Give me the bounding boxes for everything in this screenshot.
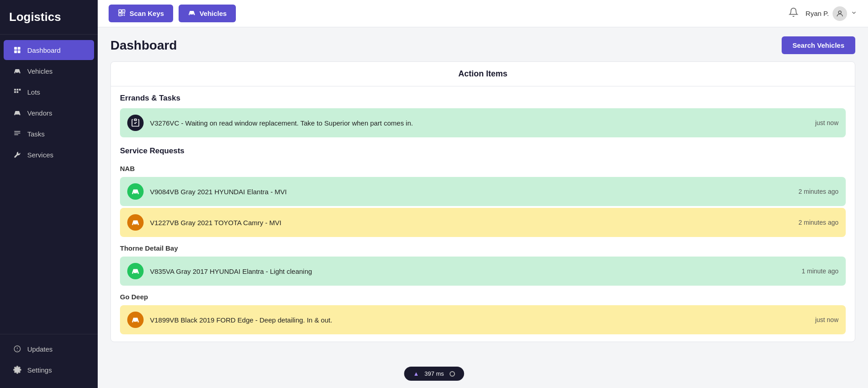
svg-rect-22 [122,13,123,14]
sidebar-item-lots[interactable]: Lots [4,82,94,102]
svg-rect-24 [122,15,123,16]
sidebar-item-label: Settings [27,366,52,374]
page-title: Dashboard [110,38,177,53]
errand-row[interactable]: V3276VC - Waiting on read window replace… [120,108,846,137]
action-items-header: Action Items [111,62,855,86]
service-time: 1 minute ago [802,267,838,275]
chevron-down-icon [851,10,857,17]
debug-circle-icon [449,371,455,377]
errand-icon [127,115,144,131]
errands-section-title: Errands & Tasks [111,86,855,106]
topbar-right: Ryan P. [788,6,857,21]
sidebar-item-label: Services [27,151,54,159]
car-yellow-icon [127,312,144,328]
svg-rect-10 [14,133,20,134]
scan-keys-button[interactable]: Scan Keys [109,5,173,22]
debug-time: 397 ms [424,370,444,377]
svg-rect-9 [14,131,20,132]
service-time: 2 minutes ago [798,219,838,226]
svg-rect-0 [14,47,17,50]
app-logo: Logistics [0,0,98,35]
svg-point-26 [838,11,841,14]
svg-rect-20 [123,11,124,12]
sidebar-item-settings[interactable]: Settings [4,360,94,380]
avatar [833,6,847,21]
car-green-icon [127,183,144,200]
dashboard-icon [13,45,22,55]
svg-rect-27 [135,119,137,121]
content-area: Dashboard Search Vehicles Action Items E… [98,27,868,388]
car-icon [188,9,196,18]
svg-rect-6 [14,91,16,93]
qr-icon [118,9,126,18]
sidebar-item-vendors[interactable]: Vendors [4,103,94,123]
sidebar-item-label: Vehicles [27,67,53,75]
service-text: V9084VB Gray 2021 HYUNDAI Elantra - MVI [150,188,792,196]
service-time: 2 minutes ago [798,188,838,195]
sidebar: Logistics Dashboard Vehicles Lots [0,0,98,388]
vehicles-icon [13,66,22,76]
service-text: V1899VB Black 2019 FORD Edge - Deep deta… [150,316,809,324]
svg-rect-25 [124,15,125,16]
service-row[interactable]: V9084VB Gray 2021 HYUNDAI Elantra - MVI … [120,177,846,206]
sidebar-item-updates[interactable]: Updates [4,339,94,359]
service-group-thorne: Thorne Detail Bay [111,239,855,255]
service-text: V1227VB Gray 2021 TOYOTA Camry - MVI [150,219,792,227]
service-row[interactable]: V1899VB Black 2019 FORD Edge - Deep deta… [120,305,846,334]
car-green-icon [127,263,144,279]
sidebar-item-label: Vendors [27,109,52,117]
svg-rect-8 [19,89,21,91]
service-time: just now [815,316,838,323]
svg-rect-21 [120,14,121,15]
sidebar-item-services[interactable]: Services [4,145,94,165]
action-items-panel: Action Items Errands & Tasks V3276VC - W… [110,61,855,342]
vendors-icon [13,108,22,117]
errand-time: just now [815,119,838,126]
bell-icon[interactable] [788,7,798,20]
svg-point-14 [17,350,18,351]
service-requests-title: Service Requests [111,139,855,159]
service-group-godeep: Go Deep [111,287,855,303]
user-menu[interactable]: Ryan P. [806,6,857,21]
svg-rect-11 [14,135,18,136]
debug-bar: ▲ 397 ms [404,367,464,381]
debug-triangle-icon: ▲ [413,370,419,377]
user-name: Ryan P. [806,10,829,17]
sidebar-item-label: Lots [27,88,40,96]
car-yellow-icon [127,214,144,231]
sidebar-item-dashboard[interactable]: Dashboard [4,40,94,60]
svg-rect-19 [120,11,121,12]
sidebar-item-vehicles[interactable]: Vehicles [4,61,94,81]
svg-rect-5 [17,89,19,91]
updates-icon [13,344,22,353]
sidebar-item-tasks[interactable]: Tasks [4,124,94,144]
search-vehicles-button[interactable]: Search Vehicles [782,36,855,54]
service-group-nab: NAB [111,159,855,175]
sidebar-nav: Dashboard Vehicles Lots Vendors [0,35,98,334]
svg-rect-3 [18,50,20,53]
errand-text: V3276VC - Waiting on read window replace… [150,119,809,127]
service-text: V835VA Gray 2017 HYUNDAI Elantra - Light… [150,267,795,275]
svg-rect-4 [14,89,16,91]
sidebar-item-label: Dashboard [27,46,60,54]
main-area: Scan Keys Vehicles Ryan P. [98,0,868,388]
lots-icon [13,87,22,96]
sidebar-item-label: Tasks [27,130,45,138]
services-icon [13,150,22,159]
settings-icon [13,365,22,374]
topbar: Scan Keys Vehicles Ryan P. [98,0,868,27]
svg-rect-1 [18,47,20,50]
tasks-icon [13,129,22,138]
svg-rect-23 [124,13,125,14]
svg-rect-7 [17,91,19,93]
svg-rect-2 [14,50,17,53]
sidebar-item-label: Updates [27,345,53,353]
service-row[interactable]: V835VA Gray 2017 HYUNDAI Elantra - Light… [120,257,846,286]
service-row[interactable]: V1227VB Gray 2021 TOYOTA Camry - MVI 2 m… [120,208,846,237]
vehicles-button[interactable]: Vehicles [179,5,236,22]
page-header: Dashboard Search Vehicles [98,27,868,61]
sidebar-bottom-nav: Updates Settings [0,334,98,388]
